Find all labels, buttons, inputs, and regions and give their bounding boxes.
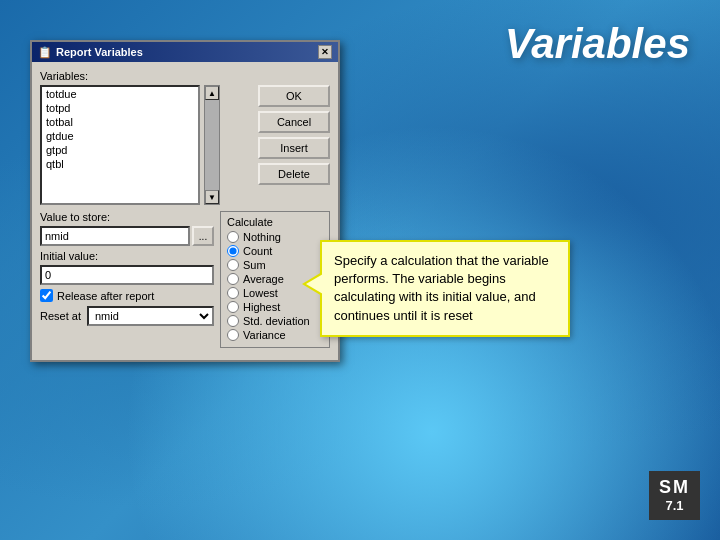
list-item[interactable]: gtdue: [42, 129, 198, 143]
list-item[interactable]: totpd: [42, 101, 198, 115]
dialog-buttons: OK Cancel Insert Delete: [258, 85, 330, 205]
value-to-store-label: Value to store:: [40, 211, 214, 223]
variables-listbox-row: totdue totpd totbal gtdue gtpd qtbl ▲ ▼ …: [40, 85, 330, 205]
list-item[interactable]: totdue: [42, 87, 198, 101]
radio-average-label: Average: [243, 273, 284, 285]
radio-count: Count: [227, 245, 323, 257]
scroll-down-arrow[interactable]: ▼: [205, 190, 219, 204]
callout-text: Specify a calculation that the variable …: [334, 253, 549, 323]
reset-dropdown[interactable]: nmid: [87, 306, 214, 326]
release-label: Release after report: [57, 290, 154, 302]
list-item[interactable]: totbal: [42, 115, 198, 129]
value-to-store-row: ...: [40, 226, 214, 246]
radio-sum-label: Sum: [243, 259, 266, 271]
scroll-track: [205, 100, 219, 190]
radio-average-input[interactable]: [227, 273, 239, 285]
sm-text: SM: [659, 477, 690, 499]
radio-highest: Highest: [227, 301, 323, 313]
callout-box: Specify a calculation that the variable …: [320, 240, 570, 337]
version-text: 7.1: [659, 498, 690, 514]
radio-variance-label: Variance: [243, 329, 286, 341]
variables-label: Variables:: [40, 70, 330, 82]
radio-nothing-input[interactable]: [227, 231, 239, 243]
browse-button[interactable]: ...: [192, 226, 214, 246]
ok-button[interactable]: OK: [258, 85, 330, 107]
reset-label: Reset at: [40, 310, 81, 322]
list-item[interactable]: gtpd: [42, 143, 198, 157]
variables-list[interactable]: totdue totpd totbal gtdue gtpd qtbl: [40, 85, 200, 205]
radio-lowest-input[interactable]: [227, 287, 239, 299]
dialog-icon: 📋: [38, 46, 52, 59]
initial-value-row: [40, 265, 214, 285]
radio-lowest-label: Lowest: [243, 287, 278, 299]
release-checkbox[interactable]: [40, 289, 53, 302]
insert-button[interactable]: Insert: [258, 137, 330, 159]
radio-std-deviation: Std. deviation: [227, 315, 323, 327]
scroll-up-arrow[interactable]: ▲: [205, 86, 219, 100]
initial-value-input[interactable]: [40, 265, 214, 285]
radio-std-deviation-input[interactable]: [227, 315, 239, 327]
dialog-titlebar: 📋 Report Variables ✕: [32, 42, 338, 62]
cancel-button[interactable]: Cancel: [258, 111, 330, 133]
initial-value-label: Initial value:: [40, 250, 214, 262]
dialog-body: Variables: totdue totpd totbal gtdue gtp…: [32, 62, 338, 360]
reset-row: Reset at nmid: [40, 306, 214, 326]
page-title: Variables: [505, 20, 690, 68]
value-calculate-row: Value to store: ... Initial value: Relea…: [40, 211, 330, 348]
titlebar-left: 📋 Report Variables: [38, 46, 143, 59]
radio-nothing: Nothing: [227, 231, 323, 243]
radio-variance-input[interactable]: [227, 329, 239, 341]
dialog-title: Report Variables: [56, 46, 143, 58]
radio-sum-input[interactable]: [227, 259, 239, 271]
radio-nothing-label: Nothing: [243, 231, 281, 243]
radio-count-label: Count: [243, 245, 272, 257]
dialog-window: 📋 Report Variables ✕ Variables: totdue t…: [30, 40, 340, 362]
radio-count-input[interactable]: [227, 245, 239, 257]
radio-highest-input[interactable]: [227, 301, 239, 313]
radio-highest-label: Highest: [243, 301, 280, 313]
radio-std-deviation-label: Std. deviation: [243, 315, 310, 327]
close-button[interactable]: ✕: [318, 45, 332, 59]
left-col: Value to store: ... Initial value: Relea…: [40, 211, 214, 348]
delete-button[interactable]: Delete: [258, 163, 330, 185]
radio-sum: Sum: [227, 259, 323, 271]
calculate-label: Calculate: [227, 216, 323, 228]
list-scrollbar: ▲ ▼: [204, 85, 220, 205]
value-to-store-input[interactable]: [40, 226, 190, 246]
list-item[interactable]: qtbl: [42, 157, 198, 171]
sm-badge: SM 7.1: [649, 471, 700, 520]
radio-variance: Variance: [227, 329, 323, 341]
release-checkbox-row: Release after report: [40, 289, 214, 302]
